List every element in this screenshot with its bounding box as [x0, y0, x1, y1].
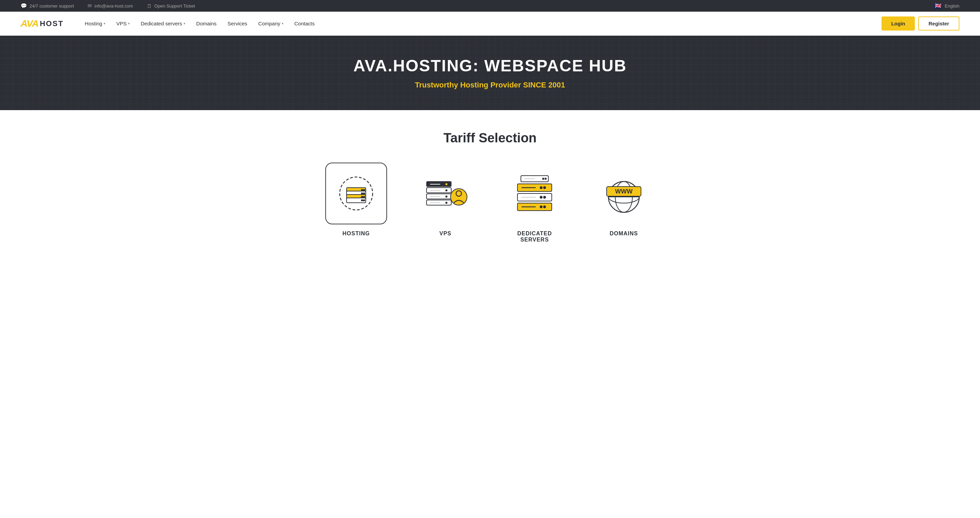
nav-contacts-label: Contacts	[294, 21, 315, 26]
dedicated-label: DEDICATED SERVERS	[517, 230, 552, 243]
nav-domains-label: Domains	[196, 21, 216, 26]
nav-vps-label: VPS	[116, 21, 127, 26]
svg-point-5	[361, 189, 363, 191]
hosting-label: HOSTING	[342, 230, 370, 237]
svg-point-33	[540, 186, 542, 189]
svg-text:WWW: WWW	[615, 188, 633, 195]
hero-subtitle-highlight: SINCE 2001	[523, 81, 565, 89]
tariff-cards: HOSTING	[21, 163, 959, 243]
nav-item-contacts[interactable]: Contacts	[290, 12, 319, 35]
domains-icon: WWW	[593, 163, 655, 224]
svg-point-6	[363, 189, 365, 191]
lang-label: English	[945, 3, 959, 9]
support-icon: 💬	[21, 3, 27, 9]
tariff-section: Tariff Selection	[0, 110, 980, 270]
tariff-card-hosting[interactable]: HOSTING	[322, 163, 390, 243]
svg-point-41	[540, 205, 542, 208]
login-button[interactable]: Login	[881, 16, 915, 30]
svg-point-37	[540, 196, 542, 199]
support-item: 💬 24/7 customer support	[21, 3, 74, 9]
email-label: info@ava-host.com	[94, 3, 133, 9]
chevron-down-icon: ▾	[128, 22, 130, 25]
nav-dedicated-label: Dedicated servers	[141, 21, 182, 26]
flag-icon	[934, 3, 942, 9]
svg-point-38	[543, 196, 546, 199]
svg-point-9	[361, 196, 363, 198]
nav-links: Hosting ▾ VPS ▾ Dedicated servers ▾ Doma…	[81, 12, 881, 35]
topbar-left: 💬 24/7 customer support ✉ info@ava-host.…	[21, 3, 195, 9]
svg-point-29	[542, 178, 544, 180]
email-item[interactable]: ✉ info@ava-host.com	[88, 3, 133, 9]
ticket-icon: 🗒	[147, 3, 152, 9]
ticket-label: Open Support Ticket	[154, 3, 195, 9]
tariff-card-domains[interactable]: WWW DOMAINS	[590, 163, 658, 243]
svg-point-23	[445, 195, 447, 198]
hero-subtitle-prefix: Trustworthy Hosting Provider	[415, 81, 523, 89]
chevron-down-icon: ▾	[282, 22, 283, 25]
svg-point-12	[363, 199, 365, 201]
support-label: 24/7 customer support	[30, 3, 74, 9]
vps-label: VPS	[439, 230, 451, 237]
nav-hosting-label: Hosting	[85, 21, 102, 26]
register-button[interactable]: Register	[918, 16, 959, 30]
svg-point-11	[361, 199, 363, 201]
tariff-card-dedicated[interactable]: DEDICATED SERVERS	[500, 163, 569, 243]
hero-subtitle: Trustworthy Hosting Provider SINCE 2001	[415, 81, 565, 89]
nav-company-label: Company	[258, 21, 280, 26]
nav-item-services[interactable]: Services	[223, 12, 251, 35]
hosting-icon	[325, 163, 387, 224]
chevron-down-icon: ▾	[184, 22, 185, 25]
topbar: 💬 24/7 customer support ✉ info@ava-host.…	[0, 0, 980, 12]
topbar-right[interactable]: English	[934, 3, 959, 9]
hero: AVA.HOSTING: WEBSPACE HUB Trustworthy Ho…	[0, 36, 980, 110]
logo-ava: AVA	[21, 18, 38, 29]
chevron-down-icon: ▾	[103, 22, 105, 25]
navbar: AVA HOST Hosting ▾ VPS ▾ Dedicated serve…	[0, 12, 980, 36]
dedicated-icon	[504, 163, 565, 224]
logo-host: HOST	[40, 19, 64, 28]
nav-item-hosting[interactable]: Hosting ▾	[81, 12, 110, 35]
hero-title: AVA.HOSTING: WEBSPACE HUB	[353, 56, 627, 75]
nav-item-vps[interactable]: VPS ▾	[112, 12, 134, 35]
ticket-item[interactable]: 🗒 Open Support Ticket	[147, 3, 195, 9]
email-icon: ✉	[88, 3, 92, 9]
logo[interactable]: AVA HOST	[21, 18, 64, 29]
tariff-title: Tariff Selection	[21, 131, 959, 145]
nav-item-domains[interactable]: Domains	[192, 12, 221, 35]
tariff-card-vps[interactable]: VPS	[411, 163, 480, 243]
svg-point-7	[361, 192, 363, 194]
nav-buttons: Login Register	[881, 16, 959, 30]
svg-point-8	[363, 192, 365, 194]
svg-point-10	[363, 196, 365, 198]
domains-label: DOMAINS	[610, 230, 638, 237]
nav-item-dedicated[interactable]: Dedicated servers ▾	[137, 12, 189, 35]
svg-point-22	[445, 189, 447, 191]
svg-point-21	[445, 183, 447, 185]
svg-point-24	[445, 202, 447, 204]
svg-point-30	[544, 178, 547, 180]
nav-item-company[interactable]: Company ▾	[254, 12, 288, 35]
vps-icon	[415, 163, 476, 224]
svg-point-34	[543, 186, 546, 189]
svg-point-42	[543, 205, 546, 208]
nav-services-label: Services	[228, 21, 247, 26]
